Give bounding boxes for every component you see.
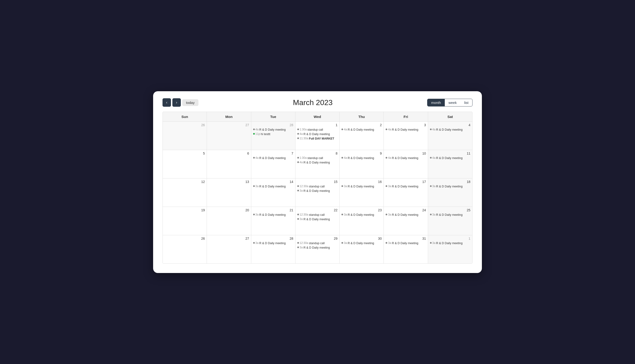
day-cell-1-1[interactable]: 6 — [207, 150, 251, 178]
event-item[interactable]: 4a R & D Daily meeting — [341, 156, 382, 160]
day-number: 4 — [430, 123, 470, 127]
event-dot-icon — [297, 185, 299, 187]
day-cell-4-6[interactable]: 13a R & D Daily meeting — [428, 235, 472, 264]
event-item[interactable]: 4a R & D Daily meeting — [430, 156, 470, 160]
event-item[interactable]: 12:30a standup call — [297, 213, 337, 217]
event-item[interactable]: 3a R & D Daily meeting — [386, 184, 426, 188]
day-cell-3-4[interactable]: 233a R & D Daily meeting — [340, 207, 384, 235]
day-cell-1-3[interactable]: 81:30a standup call4a R & D Daily meetin… — [295, 150, 340, 178]
day-number: 6 — [209, 152, 249, 155]
day-cell-1-4[interactable]: 94a R & D Daily meeting — [340, 150, 384, 178]
event-time: 1:30a — [300, 156, 307, 160]
today-button[interactable]: today — [182, 99, 198, 106]
event-item[interactable]: 4a R & D Daily meeting — [297, 132, 337, 136]
event-item[interactable]: 3a R & D Daily meeting — [253, 241, 293, 245]
event-item[interactable]: 3a R & D Daily meeting — [297, 246, 337, 250]
week-view-button[interactable]: week — [445, 99, 461, 106]
week-row-4: 2627283a R & D Daily meeting2912:30a sta… — [163, 235, 472, 264]
day-cell-2-1[interactable]: 13 — [207, 178, 251, 207]
day-cell-2-0[interactable]: 12 — [163, 178, 207, 207]
day-cell-0-0[interactable]: 26 — [163, 122, 207, 150]
header-tue: Tue — [251, 112, 295, 122]
event-dot-icon — [297, 161, 299, 163]
event-dot-icon — [386, 214, 387, 215]
event-item[interactable]: 3a R & D Daily meeting — [253, 184, 293, 188]
event-name: R & D Daily meeting — [259, 184, 286, 188]
event-item[interactable]: 3a R & D Daily meeting — [297, 189, 337, 193]
events-list: 3a R & D Daily meeting — [386, 184, 426, 188]
event-item[interactable]: 4a R & D Daily meeting — [430, 128, 470, 132]
day-number: 28 — [253, 237, 293, 240]
day-cell-2-5[interactable]: 173a R & D Daily meeting — [384, 178, 428, 207]
event-item[interactable]: 12:30a standup call — [297, 184, 337, 188]
event-item[interactable]: 4a R & D Daily meeting — [386, 128, 426, 132]
event-item[interactable]: 1:30a standup call — [297, 128, 337, 132]
day-cell-2-3[interactable]: 1512:30a standup call3a R & D Daily meet… — [295, 178, 340, 207]
day-cell-0-3[interactable]: 11:30a standup call4a R & D Daily meetin… — [295, 122, 340, 150]
event-item[interactable]: 4a R & D Daily meeting — [386, 156, 426, 160]
event-time: 3a — [256, 241, 259, 245]
day-cell-3-1[interactable]: 20 — [207, 207, 251, 235]
day-cell-0-1[interactable]: 27 — [207, 122, 251, 150]
day-number: 24 — [386, 208, 426, 212]
day-cell-2-2[interactable]: 143a R & D Daily meeting — [251, 178, 295, 207]
events-list: 3a R & D Daily meeting — [430, 213, 470, 217]
header-sun: Sun — [163, 112, 207, 122]
day-cell-1-0[interactable]: 5 — [163, 150, 207, 178]
event-name: R & D Daily meeting — [303, 189, 330, 193]
events-list: 3a R & D Daily meeting — [341, 213, 382, 217]
day-cell-3-2[interactable]: 213a R & D Daily meeting — [251, 207, 295, 235]
day-cell-4-5[interactable]: 313a R & D Daily meeting — [384, 235, 428, 264]
day-cell-4-4[interactable]: 303a R & D Daily meeting — [340, 235, 384, 264]
event-item[interactable]: 3a R & D Daily meeting — [430, 184, 470, 188]
events-list: 3a R & D Daily meeting — [253, 184, 293, 188]
day-cell-0-6[interactable]: 44a R & D Daily meeting — [428, 122, 472, 150]
next-button[interactable]: › — [172, 98, 181, 107]
day-cell-0-5[interactable]: 34a R & D Daily meeting — [384, 122, 428, 150]
day-cell-4-1[interactable]: 27 — [207, 235, 251, 264]
event-item[interactable]: 3a R & D Daily meeting — [341, 184, 382, 188]
day-cell-3-0[interactable]: 19 — [163, 207, 207, 235]
event-item[interactable]: 3a R & D Daily meeting — [386, 213, 426, 217]
day-cell-1-5[interactable]: 104a R & D Daily meeting — [384, 150, 428, 178]
events-list: 3a R & D Daily meeting — [253, 241, 293, 245]
day-number: 3 — [386, 123, 426, 127]
event-dot-icon — [430, 185, 432, 187]
event-name: standup call — [309, 241, 325, 245]
day-cell-0-4[interactable]: 24a R & D Daily meeting — [340, 122, 384, 150]
day-cell-4-2[interactable]: 283a R & D Daily meeting — [251, 235, 295, 264]
event-time: 12:30a — [300, 184, 308, 188]
event-item[interactable]: 3a R & D Daily meeting — [253, 213, 293, 217]
event-name: R & D Daily meeting — [392, 213, 418, 217]
event-item[interactable]: 3a R & D Daily meeting — [341, 213, 382, 217]
day-cell-3-6[interactable]: 253a R & D Daily meeting — [428, 207, 472, 235]
event-item[interactable]: 3a R & D Daily meeting — [430, 213, 470, 217]
day-cell-0-2[interactable]: 284a R & D Daily meeting11p hi testtt — [251, 122, 295, 150]
list-view-button[interactable]: list — [461, 99, 472, 106]
month-view-button[interactable]: month — [428, 99, 445, 106]
event-item[interactable]: 11p hi testtt — [253, 132, 293, 136]
event-item[interactable]: 4a R & D Daily meeting — [253, 156, 293, 160]
event-dot-icon — [297, 246, 299, 248]
day-cell-3-3[interactable]: 2212:30a standup call3a R & D Daily meet… — [295, 207, 340, 235]
day-cell-3-5[interactable]: 243a R & D Daily meeting — [384, 207, 428, 235]
prev-button[interactable]: ‹ — [162, 98, 171, 107]
event-item[interactable]: 4a R & D Daily meeting — [253, 128, 293, 132]
day-cell-2-6[interactable]: 183a R & D Daily meeting — [428, 178, 472, 207]
event-dot-icon — [253, 214, 255, 215]
day-cell-4-3[interactable]: 2912:30a standup call3a R & D Daily meet… — [295, 235, 340, 264]
event-item[interactable]: 3a R & D Daily meeting — [386, 241, 426, 245]
day-cell-4-0[interactable]: 26 — [163, 235, 207, 264]
event-item[interactable]: 12:30a standup call — [297, 241, 337, 245]
event-item[interactable]: 11:30a Full DAY MARKET — [297, 137, 337, 140]
day-cell-1-6[interactable]: 114a R & D Daily meeting — [428, 150, 472, 178]
event-item[interactable]: 4a R & D Daily meeting — [341, 128, 382, 132]
event-item[interactable]: 1:30a standup call — [297, 156, 337, 160]
event-item[interactable]: 3a R & D Daily meeting — [297, 218, 337, 221]
event-item[interactable]: 3a R & D Daily meeting — [430, 241, 470, 245]
day-cell-2-4[interactable]: 163a R & D Daily meeting — [340, 178, 384, 207]
day-cell-1-2[interactable]: 74a R & D Daily meeting — [251, 150, 295, 178]
event-name: hi testtt — [261, 132, 270, 136]
event-item[interactable]: 4a R & D Daily meeting — [297, 161, 337, 164]
event-item[interactable]: 3a R & D Daily meeting — [341, 241, 382, 245]
